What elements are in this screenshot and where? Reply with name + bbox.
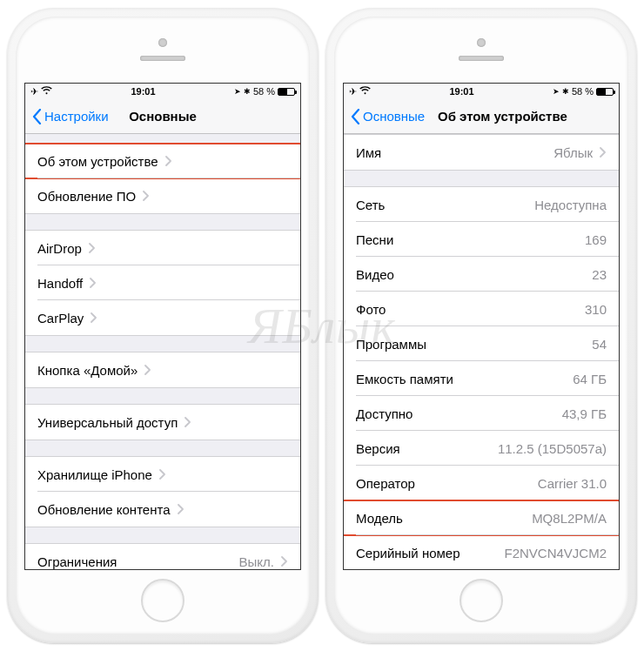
airplane-icon: ✈︎: [349, 86, 357, 97]
battery-icon: [278, 88, 295, 96]
row-label: AirDrop: [37, 241, 82, 256]
wifi-icon: [41, 86, 52, 97]
earpiece: [459, 56, 504, 61]
settings-row[interactable]: AirDrop: [25, 231, 300, 265]
chevron-right-icon: [159, 469, 166, 480]
row-label: Handoff: [37, 276, 83, 291]
bezel: ✈︎ 19:01 ➤ ✱ 58 %: [16, 17, 310, 634]
earpiece: [140, 56, 185, 61]
phone-left: ✈︎ 19:01 ➤ ✱ 58 %: [7, 8, 319, 643]
row-label: Об этом устройстве: [37, 154, 158, 169]
settings-row[interactable]: Фото310: [344, 292, 619, 326]
row-value: 43,9 ГБ: [562, 406, 607, 421]
settings-row[interactable]: Кнопка «Домой»: [25, 352, 300, 387]
wifi-icon: [359, 86, 371, 97]
back-label: Основные: [363, 109, 425, 124]
battery-pct: 58 %: [572, 86, 594, 97]
settings-row[interactable]: Об этом устройстве: [25, 144, 300, 178]
row-label: Сеть: [356, 198, 385, 212]
settings-row[interactable]: Серийный номерF2NVCN4VJCM2: [344, 535, 619, 569]
settings-row[interactable]: МодельMQ8L2PM/A: [344, 500, 619, 535]
battery-icon: [596, 88, 614, 96]
row-label: Серийный номер: [356, 546, 460, 560]
status-bar: ✈︎ 19:01 ➤ ✱ 58 %: [344, 84, 619, 99]
settings-row[interactable]: Обновление контента: [25, 492, 300, 527]
row-label: Универсальный доступ: [37, 415, 178, 430]
settings-row[interactable]: ОграниченияВыкл.: [25, 544, 300, 569]
chevron-right-icon: [600, 147, 607, 158]
nav-header: Настройки Основные: [25, 99, 300, 134]
page-title: Об этом устройстве: [438, 109, 567, 124]
row-label: Видео: [356, 267, 394, 282]
chevron-right-icon: [91, 312, 97, 323]
camera: [477, 38, 486, 47]
status-time: 19:01: [371, 86, 553, 97]
camera: [158, 38, 167, 47]
settings-row[interactable]: Программы54: [344, 326, 619, 361]
chevron-right-icon: [89, 243, 96, 253]
bt-icon: ✱: [562, 87, 569, 96]
row-value: F2NVCN4VJCM2: [504, 546, 607, 560]
settings-row[interactable]: Песни169: [344, 222, 619, 257]
row-label: CarPlay: [37, 311, 84, 326]
row-value: MQ8L2PM/A: [532, 511, 607, 526]
nav-header: Основные Об этом устройстве: [344, 99, 619, 134]
row-value: 54: [592, 337, 607, 352]
settings-row[interactable]: Емкость памяти64 ГБ: [344, 361, 619, 396]
top-hardware: [334, 17, 628, 83]
phone-right: ✈︎ 19:01 ➤ ✱ 58 %: [325, 8, 637, 643]
row-value: Carrier 31.0: [538, 476, 607, 491]
row-value: 310: [585, 302, 607, 317]
status-time: 19:01: [52, 86, 234, 97]
chevron-right-icon: [143, 191, 150, 201]
chevron-right-icon: [144, 365, 151, 375]
about-body[interactable]: ИмяЯблык СетьНедоступнаПесни169Видео23Фо…: [344, 134, 619, 569]
home-button[interactable]: [141, 579, 184, 622]
location-icon: ➤: [234, 87, 241, 96]
row-label: Обновление ПО: [37, 189, 136, 204]
chevron-right-icon: [281, 556, 288, 567]
row-value: Яблык: [553, 145, 593, 160]
settings-row[interactable]: Хранилище iPhone: [25, 457, 300, 492]
chevron-right-icon: [184, 417, 191, 427]
row-value: 169: [585, 232, 607, 247]
row-label: Емкость памяти: [356, 372, 453, 386]
row-value: Выкл.: [239, 554, 274, 569]
back-label: Настройки: [44, 109, 109, 124]
row-value: 64 ГБ: [573, 372, 607, 386]
chevron-right-icon: [178, 504, 184, 514]
chevron-right-icon: [165, 156, 172, 166]
row-label: Имя: [356, 145, 381, 160]
row-label: Обновление контента: [37, 502, 171, 517]
settings-row[interactable]: Версия11.2.5 (15D5057a): [344, 431, 619, 466]
row-label: Доступно: [356, 406, 413, 421]
row-value: 11.2.5 (15D5057a): [498, 441, 607, 456]
settings-row[interactable]: СетьНедоступна: [344, 187, 619, 222]
row-label: Версия: [356, 441, 400, 456]
row-label: Модель: [356, 511, 403, 526]
settings-row[interactable]: CarPlay: [25, 300, 300, 335]
bt-icon: ✱: [244, 87, 251, 96]
settings-row[interactable]: Обновление ПО: [25, 178, 300, 213]
settings-row[interactable]: ОператорCarrier 31.0: [344, 466, 619, 500]
top-hardware: [16, 17, 310, 83]
status-bar: ✈︎ 19:01 ➤ ✱ 58 %: [25, 84, 300, 99]
settings-body[interactable]: Об этом устройствеОбновление ПО AirDropH…: [25, 134, 300, 569]
airplane-icon: ✈︎: [30, 86, 38, 97]
row-value: 23: [592, 267, 607, 282]
back-button[interactable]: Настройки: [32, 109, 109, 124]
back-button[interactable]: Основные: [351, 109, 425, 124]
settings-row[interactable]: ИмяЯблык: [344, 135, 619, 170]
settings-row[interactable]: Доступно43,9 ГБ: [344, 396, 619, 431]
home-button[interactable]: [460, 579, 503, 622]
location-icon: ➤: [553, 87, 560, 96]
row-label: Песни: [356, 232, 393, 247]
battery-pct: 58 %: [253, 86, 275, 97]
chevron-right-icon: [90, 278, 97, 288]
row-label: Хранилище iPhone: [37, 467, 152, 482]
settings-row[interactable]: Универсальный доступ: [25, 405, 300, 440]
settings-row[interactable]: Handoff: [25, 265, 300, 300]
settings-row[interactable]: Видео23: [344, 257, 619, 292]
row-label: Фото: [356, 302, 386, 317]
screen: ✈︎ 19:01 ➤ ✱ 58 %: [24, 83, 301, 570]
